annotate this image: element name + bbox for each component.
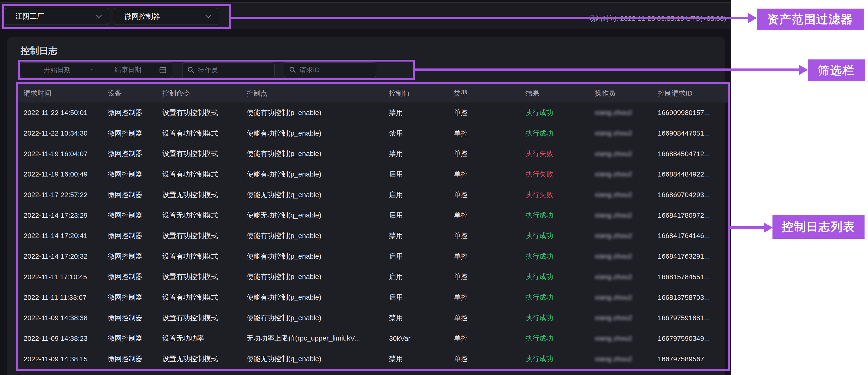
cell-command: 设置有功控制模式 [162,293,247,302]
cell-command: 设置有功控制模式 [162,272,247,282]
table-header: 请求时间设备控制命令控制点控制值类型结果操作员控制请求ID [18,84,728,102]
cell-type: 单控 [454,211,525,220]
cell-request-id: 166884484922... [658,170,728,178]
start-date-input[interactable]: 开始日期 [26,65,88,74]
device-dropdown-value: 微网控制器 [124,11,160,21]
cell-device: 微网控制器 [108,272,162,282]
cell-request-time: 2022-11-11 17:10:45 [24,273,108,281]
cell-type: 单控 [454,231,525,241]
cell-device: 微网控制器 [108,334,162,343]
cell-device: 微网控制器 [108,293,162,302]
column-header: 结果 [525,89,595,98]
cell-command: 设置无功控制模式 [162,190,247,200]
column-header: 控制值 [389,89,454,98]
cell-control-value: 禁用 [389,231,454,241]
cell-result: 执行失败 [525,190,595,200]
request-id-search-input[interactable] [300,66,376,74]
column-header: 类型 [454,89,525,98]
top-strip [0,0,731,3]
operator-search-field[interactable] [182,62,275,77]
table-row: 2022-11-19 16:04:07微网控制器设置有功控制模式使能有功控制(p… [18,144,728,164]
end-date-input[interactable]: 结束日期 [97,65,159,74]
table-row: 2022-11-14 17:20:41微网控制器设置有功控制模式使能有功控制(p… [18,225,728,246]
cell-type: 单控 [454,252,525,261]
table-row: 2022-11-09 14:38:38微网控制器设置有功控制模式使能有功控制(p… [18,308,728,328]
cell-request-time: 2022-11-14 17:20:32 [24,252,108,260]
cell-result: 执行成功 [525,354,595,364]
cell-control-point: 使能有功控制(p_enable) [247,108,389,118]
table-row: 2022-11-17 22:57:22微网控制器设置无功控制模式使能无功控制(q… [18,185,728,205]
annotation-arrow-line [730,226,764,229]
search-icon [289,66,296,73]
date-range-separator: ~ [88,66,97,74]
annotation-arrow-line [230,17,748,19]
cell-request-id: 166797590349... [658,335,728,342]
cell-device: 微网控制器 [108,169,162,179]
cell-result: 执行失败 [525,149,595,158]
cell-command: 设置有功控制模式 [162,129,247,138]
cell-device: 微网控制器 [108,354,162,364]
search-icon [187,66,194,73]
cell-control-value: 禁用 [389,129,454,138]
cell-control-value: 30kVar [389,335,454,342]
cell-request-id: 166869704293... [658,191,728,199]
table-row: 2022-11-22 10:34:30微网控制器设置有功控制模式使能有功控制(p… [18,123,728,144]
annotation-arrow-head [748,13,757,23]
cell-command: 设置有功控制模式 [162,169,247,179]
cell-device: 微网控制器 [108,108,162,118]
device-dropdown[interactable]: 微网控制器 [114,8,218,25]
column-header: 请求时间 [24,89,108,98]
cell-request-time: 2022-11-09 14:38:23 [24,335,108,342]
table-body: 2022-11-22 14:50:01微网控制器设置有功控制模式使能有功控制(p… [18,102,728,369]
cell-operator: xiang.zhou2 [595,232,658,240]
cell-control-value: 启用 [389,190,454,200]
table-row: 2022-11-09 14:38:23微网控制器设置无功功率无功功率上限值(rp… [18,328,728,349]
cell-operator: xiang.zhou2 [595,130,658,137]
cell-request-id: 166813758703... [658,293,728,302]
cell-device: 微网控制器 [108,211,162,220]
table-row: 2022-11-22 14:50:01微网控制器设置有功控制模式使能有功控制(p… [18,102,728,123]
cell-request-time: 2022-11-22 14:50:01 [24,109,108,117]
table-row: 2022-11-14 17:23:29微网控制器设置无功控制模式使能无功控制(q… [18,205,728,225]
cell-request-time: 2022-11-17 22:57:22 [24,191,108,199]
cell-control-value: 禁用 [389,354,454,364]
page-title: 控制日志 [21,44,58,57]
cell-control-value: 禁用 [389,149,454,158]
cell-result: 执行成功 [525,313,595,323]
cell-operator: xiang.zhou2 [595,212,658,219]
cell-request-id: 166908447051... [658,129,728,137]
cell-request-id: 166841763291... [658,252,728,260]
cell-control-value: 启用 [389,211,454,220]
operator-search-input[interactable] [198,66,274,74]
cell-control-value: 启用 [389,272,454,282]
cell-control-point: 使能有功控制(p_enable) [247,293,389,302]
cell-control-point: 使能有功控制(p_enable) [247,272,389,282]
annotation-arrow-head [764,223,773,233]
cell-device: 微网控制器 [108,252,162,261]
cell-operator: xiang.zhou2 [595,294,658,301]
cell-command: 设置无功控制模式 [162,211,247,220]
calendar-icon [159,66,167,74]
table-row: 2022-11-11 17:10:45微网控制器设置有功控制模式使能有功控制(p… [18,267,728,287]
cell-result: 执行失败 [525,169,595,179]
cell-control-point: 使能无功控制(q_enable) [247,354,389,364]
cell-type: 单控 [454,108,525,118]
request-id-search-field[interactable] [284,62,376,77]
site-dropdown[interactable]: 江阴工厂 [5,8,109,25]
cell-request-id: 166884504712... [658,150,728,158]
screenshot-stage: 江阴工厂 微网控制器 场站时间: 2022-11-23 09:35:15 UTC… [0,0,868,375]
cell-operator: xiang.zhou2 [595,335,658,342]
column-header: 控制请求ID [658,89,728,98]
column-header: 控制命令 [162,89,247,98]
chevron-down-icon [96,14,102,19]
cell-device: 微网控制器 [108,190,162,200]
cell-control-point: 使能有功控制(p_enable) [247,169,389,179]
app-background: 江阴工厂 微网控制器 场站时间: 2022-11-23 09:35:15 UTC… [0,0,731,375]
cell-command: 设置有功控制模式 [162,231,247,241]
annotation-label-asset-scope-filter: 资产范围过滤器 [757,8,864,30]
date-range-picker[interactable]: 开始日期 ~ 结束日期 [21,62,172,77]
cell-operator: xiang.zhou2 [595,150,658,158]
cell-control-point: 使能有功控制(p_enable) [247,252,389,261]
cell-control-value: 启用 [389,252,454,261]
cell-command: 设置无功控制模式 [162,354,247,364]
